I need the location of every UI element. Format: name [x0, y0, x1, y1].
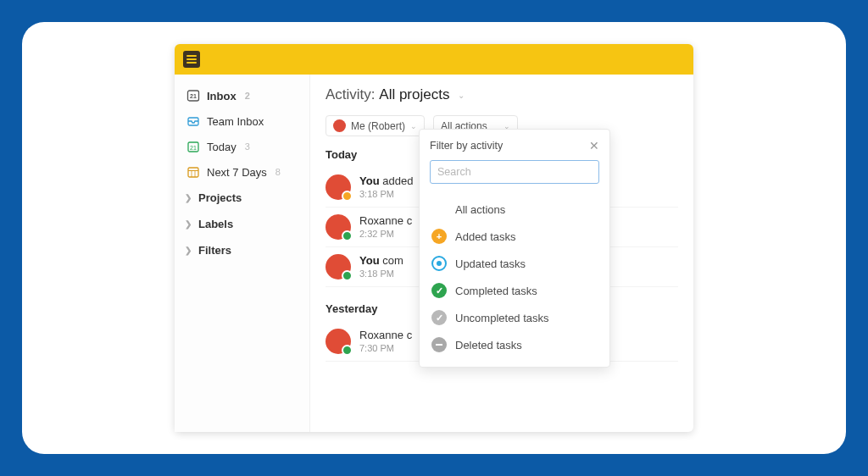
- sidebar-item-label: Inbox: [207, 90, 236, 102]
- sidebar-item-label: Next 7 Days: [207, 166, 267, 179]
- filter-option-label: All actions: [455, 203, 505, 216]
- page-title-prefix: Activity:: [326, 86, 379, 102]
- avatar-wrap: [326, 329, 351, 354]
- update-circle-icon: [431, 256, 447, 271]
- check-circle-grey-icon: ✓: [431, 310, 447, 325]
- filter-option-uncomp[interactable]: ✓Uncompleted tasks: [430, 304, 599, 331]
- svg-rect-5: [188, 168, 198, 177]
- avatar-wrap: [326, 254, 351, 280]
- page-title: Activity: All projects: [326, 86, 449, 103]
- filter-option-comp[interactable]: ✓Completed tasks: [430, 277, 599, 304]
- filter-option-del[interactable]: Deleted tasks: [430, 331, 599, 358]
- chevron-right-icon: ❯: [185, 219, 193, 229]
- sidebar-item-inbox[interactable]: 21 Inbox 2: [175, 83, 309, 108]
- filter-option-label: Deleted tasks: [455, 339, 522, 351]
- svg-text:21: 21: [190, 93, 197, 99]
- svg-text:21: 21: [190, 145, 197, 151]
- page-frame: 21 Inbox 2 Team Inbox 21 Today 3: [22, 22, 846, 454]
- entry-text: You com3:18 PM: [359, 254, 403, 280]
- filter-option-label: Completed tasks: [455, 285, 537, 297]
- status-badge-icon: [342, 191, 353, 202]
- check-circle-icon: ✓: [431, 283, 447, 298]
- avatar-wrap: [326, 214, 351, 240]
- sidebar-item-count: 8: [275, 167, 281, 177]
- filter-search-input[interactable]: [430, 160, 599, 184]
- page-title-main: All projects: [379, 86, 449, 102]
- sidebar-item-next-7-days[interactable]: Next 7 Days 8: [175, 159, 309, 185]
- entry-time: 3:18 PM: [359, 268, 403, 279]
- minus-circle-icon: [431, 337, 447, 352]
- sidebar: 21 Inbox 2 Team Inbox 21 Today 3: [175, 75, 310, 432]
- sidebar-section-labels[interactable]: ❯ Labels: [175, 211, 309, 237]
- sidebar-item-today[interactable]: 21 Today 3: [175, 134, 309, 159]
- filter-option-label: Updated tasks: [455, 257, 526, 270]
- sidebar-section-label: Filters: [198, 244, 231, 257]
- team-inbox-icon: [186, 114, 200, 128]
- entry-text: Roxanne c2:32 PM: [359, 214, 412, 240]
- entry-line: Roxanne c: [359, 214, 412, 227]
- close-icon[interactable]: ✕: [589, 140, 599, 152]
- today-icon: 21: [186, 140, 200, 153]
- sidebar-item-label: Today: [207, 141, 236, 153]
- filter-user-pill[interactable]: Me (Robert) ⌄: [326, 115, 425, 136]
- filter-option-none[interactable]: All actions: [430, 196, 599, 223]
- entry-line: You com: [359, 254, 403, 267]
- status-badge-icon: [342, 270, 353, 281]
- user-avatar-icon: [333, 119, 346, 132]
- avatar-wrap: [326, 174, 351, 200]
- chevron-down-icon: ⌄: [458, 91, 465, 100]
- chevron-down-icon: ⌄: [410, 122, 417, 130]
- entry-time: 7:30 PM: [359, 343, 412, 353]
- plus-circle-icon: +: [431, 229, 447, 244]
- inbox-icon: 21: [186, 89, 200, 102]
- filter-option-upd[interactable]: Updated tasks: [430, 250, 599, 277]
- entry-text: Roxanne c7:30 PM: [359, 329, 412, 354]
- sidebar-section-label: Projects: [198, 191, 242, 204]
- filter-option-label: Added tasks: [455, 230, 516, 243]
- filter-option-label: Uncompleted tasks: [455, 312, 549, 324]
- entry-line: You added: [359, 174, 413, 187]
- sidebar-section-label: Labels: [198, 218, 233, 230]
- chevron-right-icon: ❯: [185, 193, 193, 202]
- status-badge-icon: [342, 230, 353, 241]
- filter-option-add[interactable]: +Added tasks: [430, 223, 599, 250]
- sidebar-item-team-inbox[interactable]: Team Inbox: [175, 108, 309, 134]
- sidebar-item-count: 2: [245, 91, 250, 101]
- page-title-row[interactable]: Activity: All projects ⌄: [326, 86, 678, 103]
- calendar-week-icon: [186, 165, 200, 179]
- entry-text: You added3:18 PM: [359, 174, 413, 200]
- blank-icon: [431, 202, 447, 217]
- entry-time: 2:32 PM: [359, 229, 412, 239]
- sidebar-item-count: 3: [245, 141, 250, 152]
- popover-title: Filter by activity: [430, 140, 503, 152]
- app-logo-icon: [183, 51, 200, 68]
- filter-activity-popover: Filter by activity ✕ All actions+Added t…: [419, 129, 610, 368]
- entry-line: Roxanne c: [359, 329, 412, 341]
- filter-options-list: All actions+Added tasksUpdated tasks✓Com…: [430, 196, 599, 358]
- sidebar-item-label: Team Inbox: [207, 115, 264, 128]
- entry-time: 3:18 PM: [359, 189, 413, 199]
- chevron-right-icon: ❯: [185, 246, 193, 255]
- sidebar-section-projects[interactable]: ❯ Projects: [175, 185, 309, 211]
- filter-user-label: Me (Robert): [351, 120, 405, 132]
- status-badge-icon: [342, 345, 353, 356]
- sidebar-section-filters[interactable]: ❯ Filters: [175, 237, 309, 263]
- top-bar: [175, 44, 693, 75]
